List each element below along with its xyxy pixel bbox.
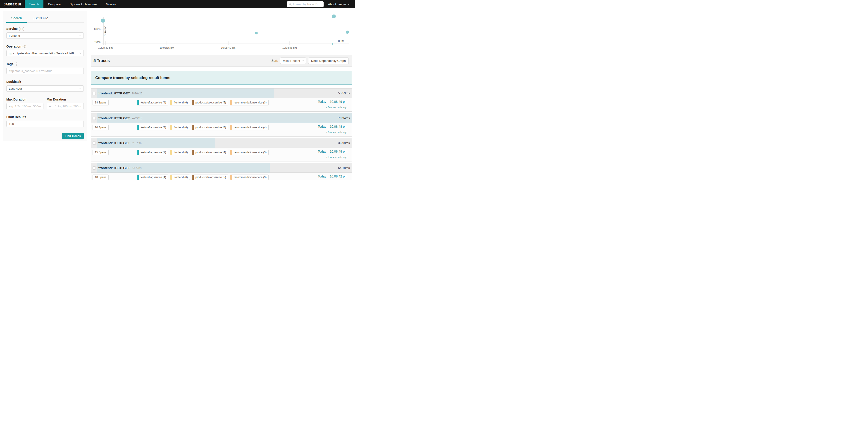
trace-day: Today <box>318 175 326 178</box>
scatter-dot[interactable] <box>346 31 349 34</box>
span-count-chip: 18 Spans <box>93 175 108 180</box>
trace-card: frontend: HTTP GET01d7f9b 36.98ms 15 Spa… <box>91 138 352 161</box>
scatter-dot[interactable] <box>255 32 258 34</box>
max-duration-col: Max Duration <box>6 97 43 109</box>
service-tag: productcatalogservice (6) <box>192 125 228 130</box>
service-color-swatch <box>137 100 139 105</box>
trace-lookup-input[interactable] <box>293 3 322 6</box>
trace-tags: featureflagservice (4)frontend (6)produc… <box>137 100 269 105</box>
limit-results-input[interactable] <box>6 121 84 127</box>
service-tag-label: recommendationservice (3) <box>232 175 268 180</box>
tags-input[interactable] <box>6 68 84 74</box>
trace-time: 10:08:49 pm <box>330 100 347 104</box>
about-jaeger-menu[interactable]: About Jaeger <box>328 0 350 8</box>
lookback-select[interactable]: Last Hour <box>6 85 84 92</box>
trace-checkbox[interactable] <box>93 117 96 120</box>
trace-duration: 79.94ms <box>338 113 350 123</box>
service-color-swatch <box>192 175 194 180</box>
x-tick-label: 10:08:30 pm <box>98 47 113 49</box>
nav-item-compare[interactable]: Compare <box>43 0 65 8</box>
trace-tags: featureflagservice (4)frontend (6)produc… <box>137 175 269 180</box>
operation-select[interactable]: grpc.hipstershop.RecommendationService/L… <box>6 50 84 56</box>
chevron-down-icon <box>79 53 82 54</box>
trace-checkbox[interactable] <box>93 142 96 145</box>
tags-label: Tags ? <box>6 62 84 66</box>
min-duration-input[interactable] <box>46 103 84 109</box>
trace-time: 10:08:48 pm <box>330 150 347 153</box>
service-color-swatch <box>230 100 232 105</box>
duration-group: Max Duration Min Duration <box>6 97 84 109</box>
results-header-controls: Sort: Most Recent Deep Dependency Graph <box>272 58 349 64</box>
service-tag-label: featureflagservice (4) <box>139 125 168 130</box>
nav-item-search[interactable]: Search <box>25 0 43 8</box>
service-color-swatch <box>192 100 194 105</box>
scatter-dot[interactable] <box>332 14 336 18</box>
trace-when-line: Today|10:08:42 pm <box>318 175 347 178</box>
nav-item-monitor[interactable]: Monitor <box>101 0 121 8</box>
when-separator: | <box>326 125 330 128</box>
sidebar-tabs: Search JSON File <box>6 14 84 23</box>
x-tick-label: 10:08:35 pm <box>159 47 174 49</box>
deep-dependency-graph-button[interactable]: Deep Dependency Graph <box>308 58 349 64</box>
nav-item-system-architecture[interactable]: System Architecture <box>65 0 101 8</box>
service-tag-label: frontend (6) <box>172 150 190 155</box>
trace-body: 18 Spans featureflagservice (4)frontend … <box>91 173 352 180</box>
service-tag: frontend (6) <box>170 150 190 155</box>
operation-label: Operation (8) <box>6 45 84 48</box>
search-sidebar: Search JSON File Service (14) frontend O… <box>3 11 87 141</box>
span-count-chip: 20 Spans <box>93 125 108 130</box>
service-tag-label: featureflagservice (4) <box>139 100 168 105</box>
service-color-swatch <box>137 150 139 155</box>
when-separator: | <box>326 150 330 153</box>
trace-when: Today|10:08:48 pm a few seconds ago <box>318 150 347 158</box>
trace-header[interactable]: frontend: HTTP GETae8341d 79.94ms <box>91 113 352 123</box>
tab-json-file[interactable]: JSON File <box>27 14 54 22</box>
tab-search[interactable]: Search <box>6 14 27 23</box>
trace-card: frontend: HTTP GETae8341d 79.94ms 20 Spa… <box>91 113 352 137</box>
trace-header[interactable]: frontend: HTTP GET7876e26 55.53ms <box>91 89 352 98</box>
service-tag: featureflagservice (4) <box>137 125 168 130</box>
x-tick-mark <box>228 41 228 45</box>
trace-id: ae8341d <box>132 117 142 120</box>
help-icon[interactable]: ? <box>15 62 18 66</box>
scatter-dot[interactable] <box>332 43 333 45</box>
chevron-down-icon <box>79 35 82 36</box>
service-tag: productcatalogservice (5) <box>192 100 228 105</box>
service-tag-label: recommendationservice (4) <box>232 125 268 130</box>
trace-checkbox[interactable] <box>93 92 96 95</box>
top-navbar: JAEGER UI Search Compare System Architec… <box>0 0 355 8</box>
app-brand: JAEGER UI <box>0 0 25 8</box>
x-axis-line <box>102 43 349 43</box>
trace-when: Today|10:08:42 pm a few seconds ago <box>318 175 347 180</box>
trace-relative-time: a few seconds ago <box>318 156 347 158</box>
service-select[interactable]: frontend <box>6 32 84 39</box>
trace-header[interactable]: frontend: HTTP GETf5e7783 54.18ms <box>91 163 352 173</box>
operation-group: Operation (8) grpc.hipstershop.Recommend… <box>6 45 84 56</box>
trace-count-title: 5 Traces <box>93 58 110 63</box>
service-tag-label: productcatalogservice (4) <box>194 150 228 155</box>
trace-day: Today <box>318 150 326 153</box>
compare-banner: Compare traces by selecting result items <box>91 71 352 85</box>
service-color-swatch <box>192 150 194 155</box>
service-tag: frontend (6) <box>170 125 190 130</box>
find-traces-button[interactable]: Find Traces <box>62 133 84 139</box>
sort-select[interactable]: Most Recent <box>280 58 306 64</box>
trace-service-operation: frontend: HTTP GET <box>98 141 130 145</box>
service-tag-label: productcatalogservice (6) <box>194 125 228 130</box>
trace-title: frontend: HTTP GET7876e26 <box>98 89 142 98</box>
sort-value: Most Recent <box>283 59 300 62</box>
service-tag-label: frontend (6) <box>172 175 190 180</box>
trace-when: Today|10:08:49 pm a few seconds ago <box>318 100 347 109</box>
trace-checkbox[interactable] <box>93 167 96 170</box>
service-label-text: Service <box>6 27 18 31</box>
trace-service-operation: frontend: HTTP GET <box>98 116 130 120</box>
trace-title: frontend: HTTP GETf5e7783 <box>98 163 142 173</box>
trace-time: 10:08:42 pm <box>330 175 347 178</box>
trace-header[interactable]: frontend: HTTP GET01d7f9b 36.98ms <box>91 138 352 148</box>
y-tick-label: 40ms <box>78 40 100 43</box>
trace-card: frontend: HTTP GET7876e26 55.53ms 18 Spa… <box>91 88 352 112</box>
service-tag: featureflagservice (2) <box>137 150 168 155</box>
trace-relative-time: a few seconds ago <box>318 131 347 134</box>
service-tag: recommendationservice (3) <box>230 175 269 180</box>
max-duration-input[interactable] <box>6 103 43 109</box>
